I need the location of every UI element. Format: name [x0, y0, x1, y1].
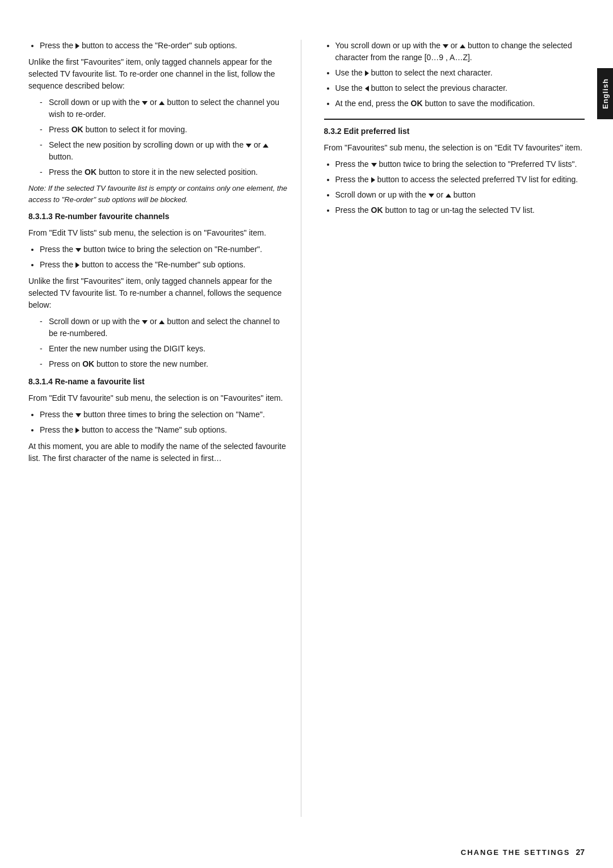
list-item: Press the button twice to bring the sele…: [335, 158, 585, 170]
text-digit: Enter the new number using the DIGIT key…: [49, 344, 205, 353]
text-use-left: Use the: [335, 83, 365, 93]
left-column: Press the button to access the "Re-order…: [28, 40, 301, 817]
text-scroll: Scroll down or up with the: [49, 98, 142, 107]
intro-bullets: Press the button to access the "Re-order…: [40, 40, 289, 52]
text-or1: or: [150, 98, 159, 107]
section-832-bullets: Press the button twice to bring the sele…: [335, 158, 585, 216]
text-or3: or: [150, 317, 159, 326]
tri-down-icon: [75, 413, 81, 417]
section-814-para2: At this moment, you are able to modify t…: [28, 441, 289, 464]
text-use-right: Use the: [335, 68, 365, 77]
text-scroll-right: You scroll down or up with the: [335, 41, 443, 50]
section-813-heading: 8.3.1.3 Re-number favourite channels: [28, 211, 289, 223]
text-select-moving: button to select it for moving.: [83, 125, 187, 134]
text-access-renumber: button to access the "Re-number" sub opt…: [82, 260, 246, 269]
text-button-832: button: [454, 190, 476, 199]
page: English Press the button to access the "…: [0, 0, 613, 868]
tri-down-icon: [246, 144, 251, 148]
ok-bold3: OK: [82, 359, 94, 368]
note: Note: If the selected TV favourite list …: [28, 183, 289, 205]
tri-down-icon: [142, 320, 148, 324]
tri-up-icon: [446, 194, 451, 198]
text-press-832c: Press the: [335, 206, 371, 215]
text-press-832b: Press the: [335, 175, 371, 184]
tri-right-icon: [371, 177, 375, 183]
list-item: Scroll down or up with the or button and…: [40, 316, 289, 339]
tri-left-icon: [365, 86, 369, 91]
text-tag-untag: button to tag or un-tag the selected TV …: [383, 206, 535, 215]
ok-bold2: OK: [85, 167, 96, 177]
text-select-new: Select the new position by scrolling dow…: [49, 140, 246, 149]
text-press-the: Press the: [40, 41, 75, 50]
list-item: Press the OK button to store it in the n…: [40, 166, 289, 178]
list-item: Press the button to access the "Re-order…: [40, 40, 289, 52]
text-save-mod: button to save the modification.: [423, 99, 535, 108]
text-end-press: At the end, press the: [335, 99, 411, 108]
section-813-intro: From "Edit TV lists" sub menu, the selec…: [28, 227, 289, 239]
text-or2: or: [254, 140, 263, 149]
section-814-bullets: Press the button three times to bring th…: [40, 409, 289, 436]
section-813-bullets: Press the button twice to bring the sele…: [40, 244, 289, 271]
list-item: Scroll down or up with the or button to …: [40, 97, 289, 120]
section-divider: [324, 119, 585, 120]
text-twice-preferred: button twice to bring the selection to "…: [379, 160, 577, 169]
list-item: Use the button to select the next charac…: [335, 67, 585, 79]
text-press3: Press the: [49, 167, 85, 177]
text-press-813a: Press the: [40, 245, 75, 254]
tri-up-icon: [263, 144, 268, 148]
text-press-814a: Press the: [40, 410, 75, 419]
tri-right-icon: [75, 262, 79, 268]
list-item: Enter the new number using the DIGIT key…: [40, 343, 289, 355]
list-item: Press the button three times to bring th…: [40, 409, 289, 421]
section-832-heading: 8.3.2 Edit preferred list: [324, 125, 585, 137]
sidebar-label: English: [601, 78, 610, 109]
list-item: Press the button to access the "Name" su…: [40, 424, 289, 436]
ok-bold5: OK: [371, 206, 383, 215]
list-item: Press the button to access the selected …: [335, 174, 585, 186]
list-item: Press on OK button to store the new numb…: [40, 358, 289, 370]
tri-right-icon: [75, 427, 79, 433]
text-press-on: Press on: [49, 359, 82, 368]
list-item: Scroll down or up with the or button: [335, 189, 585, 201]
tri-down-icon: [443, 44, 448, 48]
list-item: Use the button to select the previous ch…: [335, 82, 585, 94]
list-item: Press OK button to select it for moving.: [40, 124, 289, 136]
section-832-intro: From "Favourites" sub menu, the selectio…: [324, 142, 585, 154]
text-access-name: button to access the "Name" sub options.: [82, 425, 227, 434]
text-press-832a: Press the: [335, 160, 371, 169]
right-top-bullets: You scroll down or up with the or button…: [335, 40, 585, 110]
sidebar-tab: English: [597, 68, 613, 119]
section-814-intro: From "Edit TV favourite" sub menu, the s…: [28, 392, 289, 404]
intro-para: Unlike the first "Favourites" item, only…: [28, 56, 289, 92]
tri-down-icon: [429, 194, 434, 198]
text-press2: Press: [49, 125, 72, 134]
tri-right-icon: [365, 70, 369, 76]
text-twice-renumber: button twice to bring the selection on "…: [83, 245, 262, 254]
reorder-steps: Scroll down or up with the or button to …: [40, 97, 289, 178]
list-item: Select the new position by scrolling dow…: [40, 139, 289, 163]
list-item: Press the OK button to tag or un-tag the…: [335, 204, 585, 216]
text-button2: button.: [49, 152, 73, 161]
text-next-char: button to select the next character.: [371, 68, 493, 77]
text-store: button to store it in the new selected p…: [96, 167, 258, 177]
text-press-814b: Press the: [40, 425, 75, 434]
text-scroll-832: Scroll down or up with the: [335, 190, 429, 199]
text-or-832: or: [436, 190, 446, 199]
tri-down-icon: [75, 248, 81, 252]
right-column: You scroll down or up with the or button…: [318, 40, 585, 817]
text-prev-char: button to select the previous character.: [371, 83, 507, 93]
text-access-preferred: button to access the selected preferred …: [377, 175, 578, 184]
tri-up-icon: [159, 320, 165, 324]
list-item: Press the button twice to bring the sele…: [40, 244, 289, 255]
text-store-new: button to store the new number.: [94, 359, 208, 368]
ok-bold: OK: [72, 125, 83, 134]
main-content: Press the button to access the "Re-order…: [0, 23, 613, 834]
text-scroll2: Scroll down or up with the: [49, 317, 142, 326]
text-button-reorder: button to access the "Re-order" sub opti…: [82, 41, 237, 50]
section-813-steps: Scroll down or up with the or button and…: [40, 316, 289, 370]
footer-label: CHANGE THE SETTINGS: [461, 848, 570, 857]
list-item: At the end, press the OK button to save …: [335, 98, 585, 110]
footer-page: 27: [576, 848, 585, 857]
list-item: Press the button to access the "Re-numbe…: [40, 259, 289, 271]
text-press-813b: Press the: [40, 260, 75, 269]
